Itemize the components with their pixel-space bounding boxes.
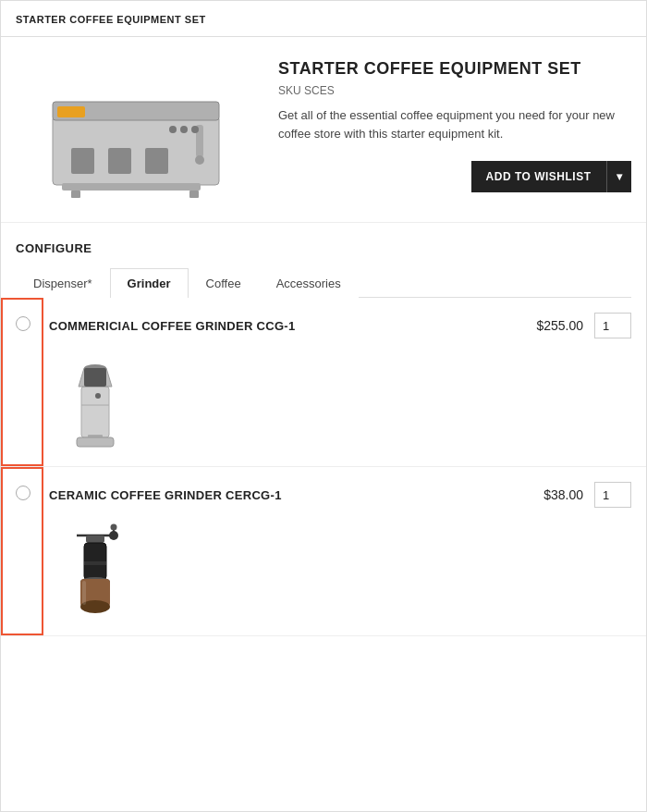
svg-rect-7 xyxy=(57,106,85,117)
product-title: STARTER COFFEE EQUIPMENT SET xyxy=(278,59,631,79)
product-name-cercg1: CERAMIC COFFEE GRINDER CERCG-1 xyxy=(49,488,282,502)
product-thumb-cercg1 xyxy=(49,519,141,621)
svg-rect-32 xyxy=(82,581,86,605)
svg-rect-14 xyxy=(81,387,109,437)
svg-point-8 xyxy=(169,126,177,133)
radio-col-1 xyxy=(16,313,49,335)
svg-rect-20 xyxy=(77,437,114,447)
tabs-bar: Dispenser* Grinder Coffee Accessories xyxy=(16,268,631,298)
table-row: CERAMIC COFFEE GRINDER CERCG-1 $38.00 xyxy=(1,467,646,636)
svg-rect-4 xyxy=(145,148,168,174)
radio-button-cercg1[interactable] xyxy=(16,486,31,500)
product-row-right-2: $38.00 xyxy=(543,482,631,508)
add-to-wishlist-button[interactable]: ADD TO WISHLIST ▾ xyxy=(471,161,631,192)
product-hero: STARTER COFFEE EQUIPMENT SET SKU SCES Ge… xyxy=(1,37,646,223)
product-row-top-1: COMMERICIAL COFFEE GRINDER CCG-1 $255.00 xyxy=(49,313,631,338)
radio-button-ccg1[interactable] xyxy=(16,316,31,331)
svg-rect-2 xyxy=(71,148,94,174)
svg-rect-12 xyxy=(71,191,80,198)
svg-rect-3 xyxy=(108,148,131,174)
tab-accessories[interactable]: Accessories xyxy=(259,268,359,298)
tab-coffee[interactable]: Coffee xyxy=(189,268,259,298)
chevron-down-icon: ▾ xyxy=(606,161,632,192)
svg-rect-17 xyxy=(84,368,106,387)
svg-point-9 xyxy=(180,126,188,133)
configure-title: CONFIGURE xyxy=(16,241,631,255)
tab-dispenser[interactable]: Dispenser* xyxy=(16,268,110,298)
add-to-wishlist-label: ADD TO WISHLIST xyxy=(471,161,606,192)
product-name-ccg1: COMMERICIAL COFFEE GRINDER CCG-1 xyxy=(49,319,295,333)
svg-rect-13 xyxy=(189,191,199,198)
svg-rect-28 xyxy=(84,561,106,565)
product-info: STARTER COFFEE EQUIPMENT SET SKU SCES Ge… xyxy=(278,55,631,192)
tab-grinder[interactable]: Grinder xyxy=(110,268,189,298)
product-thumb-ccg1 xyxy=(49,350,141,451)
page-breadcrumb: STARTER COFFEE EQUIPMENT SET xyxy=(1,1,646,37)
product-price-ccg1: $255.00 xyxy=(536,318,583,333)
product-description: Get all of the essential coffee equipmen… xyxy=(278,106,631,142)
product-row-right-1: $255.00 xyxy=(536,313,631,338)
product-price-cercg1: $38.00 xyxy=(543,487,583,502)
qty-input-cercg1[interactable] xyxy=(594,482,631,508)
product-row-content-2: CERAMIC COFFEE GRINDER CERCG-1 $38.00 xyxy=(49,482,631,621)
product-row-content-1: COMMERICIAL COFFEE GRINDER CCG-1 $255.00 xyxy=(49,313,631,451)
radio-col-2 xyxy=(16,482,49,504)
svg-point-21 xyxy=(95,393,101,399)
svg-point-25 xyxy=(111,524,117,531)
qty-input-ccg1[interactable] xyxy=(594,313,631,338)
product-list: COMMERICIAL COFFEE GRINDER CCG-1 $255.00 xyxy=(1,298,646,636)
product-image-svg xyxy=(25,60,247,199)
product-image xyxy=(16,55,256,203)
table-row: COMMERICIAL COFFEE GRINDER CCG-1 $255.00 xyxy=(1,298,646,467)
svg-point-10 xyxy=(191,126,199,133)
svg-point-6 xyxy=(195,155,204,165)
svg-rect-11 xyxy=(62,183,201,191)
product-sku: SKU SCES xyxy=(278,84,631,97)
product-row-top-2: CERAMIC COFFEE GRINDER CERCG-1 $38.00 xyxy=(49,482,631,508)
configure-section: CONFIGURE Dispenser* Grinder Coffee Acce… xyxy=(1,223,646,298)
svg-rect-26 xyxy=(86,535,104,543)
